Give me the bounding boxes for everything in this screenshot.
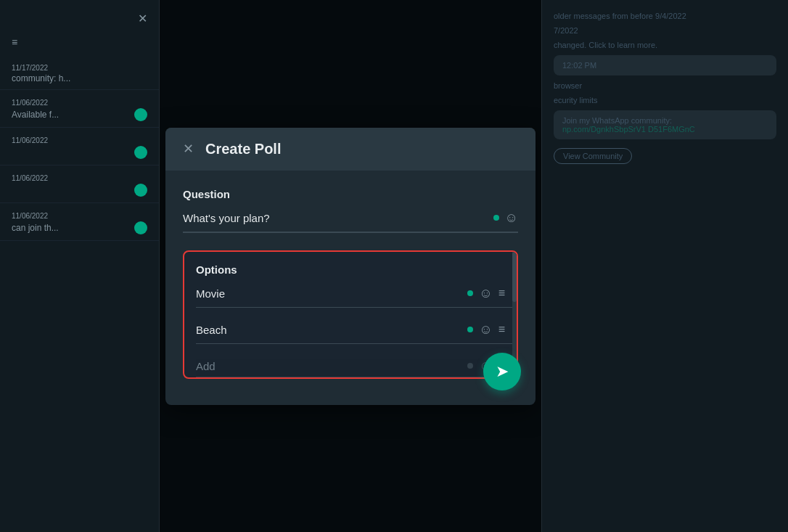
- sidebar-item[interactable]: 11/06/2022 Available f...: [0, 93, 159, 128]
- option-input-movie[interactable]: [196, 287, 461, 300]
- right-bubble-text: 12:02 PM: [562, 61, 768, 70]
- option-input-add[interactable]: [196, 360, 461, 372]
- options-box: Options ☺ ≡: [183, 250, 518, 379]
- drag-handle-icon[interactable]: ≡: [498, 287, 505, 300]
- options-section-label: Options: [196, 263, 517, 276]
- sidebar-item-row: can join th...: [12, 221, 147, 234]
- sidebar-unread-dot: [134, 184, 147, 197]
- right-panel: older messages from before 9/4/2022 7/20…: [541, 0, 788, 532]
- view-community-button[interactable]: View Community: [554, 148, 632, 164]
- sidebar-item-date: 11/06/2022: [12, 99, 147, 107]
- option-dot-placeholder: [467, 363, 473, 369]
- send-arrow-icon: ➤: [496, 362, 509, 381]
- sidebar-items-list: 11/17/2022 community: h... 11/06/2022 Av…: [0, 58, 159, 241]
- sidebar-item[interactable]: 11/06/2022: [0, 168, 159, 203]
- right-panel-info: changed. Click to learn more.: [554, 41, 776, 49]
- left-sidebar: ✕ ≡ 11/17/2022 community: h... 11/06/202…: [0, 0, 160, 532]
- right-panel-browser: browser: [554, 81, 776, 90]
- right-panel-security: ecurity limits: [554, 96, 776, 105]
- option-dot-indicator: [467, 327, 473, 332]
- sidebar-unread-dot: [134, 146, 147, 159]
- right-panel-date: 7/2022: [554, 26, 776, 35]
- sidebar-item[interactable]: 11/06/2022: [0, 131, 159, 165]
- right-panel-msg: older messages from before 9/4/2022: [554, 12, 776, 20]
- scrollbar-thumb: [512, 252, 517, 302]
- question-input-row: ☺: [183, 210, 518, 233]
- option-dot-indicator: [467, 290, 473, 296]
- sidebar-item[interactable]: 11/06/2022 can join th...: [0, 206, 159, 241]
- dialog-header: ✕ Create Poll: [165, 128, 535, 171]
- dialog-title: Create Poll: [205, 141, 281, 157]
- question-section-label: Question: [183, 188, 518, 200]
- sidebar-item-date: 11/06/2022: [12, 136, 147, 144]
- sidebar-item-row: [12, 146, 147, 159]
- sidebar-unread-dot: [134, 108, 147, 121]
- drag-handle-icon[interactable]: ≡: [498, 323, 505, 336]
- modal-overlay: ✕ Create Poll Question ☺: [160, 0, 541, 532]
- question-dot-indicator: [493, 215, 499, 221]
- sidebar-unread-dot: [134, 221, 147, 234]
- sidebar-item-date: 11/06/2022: [12, 212, 147, 220]
- sidebar-item-text: community: h...: [12, 73, 147, 83]
- dialog-body: Question ☺ Options: [165, 171, 535, 405]
- right-bubble: 12:02 PM: [554, 55, 776, 75]
- option-input-beach[interactable]: [196, 324, 461, 336]
- chat-area: ✕ Create Poll Question ☺: [160, 0, 541, 532]
- dialog-wrapper: ✕ Create Poll Question ☺: [165, 128, 535, 405]
- option-item: ☺ ≡: [196, 322, 517, 344]
- annotation-arrow: [160, 219, 162, 240]
- sidebar-close-icon[interactable]: ✕: [138, 12, 147, 25]
- option-emoji-button[interactable]: ☺: [479, 322, 492, 337]
- right-bubble-community-text: Join my WhatsApp community:: [562, 116, 768, 125]
- create-poll-dialog: ✕ Create Poll Question ☺: [165, 128, 535, 405]
- sidebar-item[interactable]: 11/17/2022 community: h...: [0, 58, 159, 90]
- send-button[interactable]: ➤: [483, 353, 521, 390]
- question-input[interactable]: [183, 212, 488, 224]
- question-emoji-button[interactable]: ☺: [505, 210, 518, 226]
- sidebar-item-row: Available f...: [12, 108, 147, 121]
- sidebar-menu-icon: ≡: [12, 36, 17, 48]
- right-bubble-link: np.com/DgnkhSbpSrV1 D51F6MGnC: [562, 125, 768, 134]
- option-emoji-button[interactable]: ☺: [479, 286, 492, 301]
- right-bubble-community: Join my WhatsApp community: np.com/Dgnkh…: [554, 110, 776, 139]
- sidebar-item-date: 11/06/2022: [12, 174, 147, 182]
- dialog-close-button[interactable]: ✕: [183, 142, 194, 155]
- sidebar-item-row: [12, 184, 147, 197]
- sidebar-item-text: can join th...: [12, 223, 59, 233]
- sidebar-item-date: 11/17/2022: [12, 64, 147, 72]
- option-item: ☺ ≡: [196, 286, 517, 308]
- option-item-add: ☺ ≡: [196, 359, 517, 377]
- sidebar-item-text: Available f...: [12, 110, 59, 120]
